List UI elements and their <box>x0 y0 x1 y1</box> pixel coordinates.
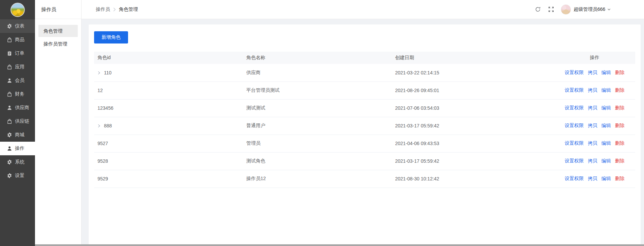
role-name: 平台管理员测试 <box>243 82 392 99</box>
col-header-role-id: 角色id <box>94 52 243 64</box>
expand-row-icon[interactable] <box>97 71 101 75</box>
right-zone: 操作员 角色管理 操作员管理 操作员 角色管理 超级管理 <box>35 0 644 246</box>
role-created: 2021-08-30 10:12:42 <box>392 170 554 188</box>
role-created: 2021-03-22 02:14:15 <box>392 64 554 82</box>
sidebar-item-label: 应用 <box>15 64 24 70</box>
user-avatar <box>561 4 571 15</box>
sidebar-item-label: 订单 <box>15 50 24 56</box>
horizontal-scrollbar[interactable] <box>35 244 644 246</box>
delete-link[interactable]: 删除 <box>615 176 625 181</box>
sidebar-item-orders[interactable]: 订单 <box>0 47 35 60</box>
order-clipboard-icon <box>7 51 12 56</box>
expand-row-icon[interactable] <box>97 124 101 128</box>
delete-link[interactable]: 删除 <box>615 140 625 146</box>
edit-link[interactable]: 编辑 <box>602 176 611 181</box>
sidebar-item-finance[interactable]: 财务 <box>0 87 35 101</box>
logo-wrap <box>0 0 35 19</box>
delete-link[interactable]: 删除 <box>615 158 625 163</box>
bag-icon <box>7 119 12 124</box>
role-id: 110 <box>104 70 111 75</box>
edit-link[interactable]: 编辑 <box>602 158 611 163</box>
main-sidebar: 仪表 商品 订单 应用 会员 财务 供应商 供应链 <box>0 0 35 246</box>
set-permissions-link[interactable]: 设置权限 <box>565 105 584 110</box>
copy-link[interactable]: 拷贝 <box>588 123 597 128</box>
role-id: 12 <box>94 82 243 99</box>
sidebar-item-operation[interactable]: 操作 <box>0 142 35 155</box>
set-permissions-link[interactable]: 设置权限 <box>565 140 584 146</box>
role-name: 测试角色 <box>243 152 392 170</box>
delete-link[interactable]: 删除 <box>615 87 625 93</box>
user-icon <box>7 146 12 151</box>
copy-link[interactable]: 拷贝 <box>588 105 597 110</box>
sidebar-item-apps[interactable]: 应用 <box>0 60 35 74</box>
fullscreen-icon[interactable] <box>548 6 554 12</box>
submenu-item-operator-management[interactable]: 操作员管理 <box>38 38 78 50</box>
sidebar-item-label: 商城 <box>15 132 24 138</box>
main-column: 操作员 角色管理 超级管理员666 新增角色 <box>82 0 644 246</box>
edit-link[interactable]: 编辑 <box>602 70 611 75</box>
breadcrumb-parent[interactable]: 操作员 <box>96 6 110 13</box>
table-row: 12 平台管理员测试 2021-08-26 09:45:01 设置权限拷贝编辑删… <box>94 82 635 99</box>
set-permissions-link[interactable]: 设置权限 <box>565 158 584 163</box>
sidebar-item-label: 供应商 <box>15 105 29 111</box>
edit-link[interactable]: 编辑 <box>602 123 611 128</box>
sidebar-item-dashboard[interactable]: 仪表 <box>0 19 35 33</box>
user-icon <box>7 78 12 83</box>
role-created: 2021-03-17 05:59:42 <box>392 117 554 135</box>
chevron-right-icon <box>113 7 116 12</box>
set-permissions-link[interactable]: 设置权限 <box>565 70 584 75</box>
copy-link[interactable]: 拷贝 <box>588 87 597 93</box>
edit-link[interactable]: 编辑 <box>602 87 611 93</box>
breadcrumb-current: 角色管理 <box>119 6 138 13</box>
submenu-items: 角色管理 操作员管理 <box>35 19 81 50</box>
set-permissions-link[interactable]: 设置权限 <box>565 176 584 181</box>
chevron-down-icon <box>607 7 611 12</box>
role-created: 2021-08-26 09:45:01 <box>392 82 554 99</box>
role-id: 9529 <box>94 170 243 188</box>
user-menu[interactable]: 超级管理员666 <box>561 4 611 15</box>
app-logo[interactable] <box>11 3 25 17</box>
table-header: 角色id 角色名称 创建日期 操作 <box>94 52 635 64</box>
bag-icon <box>7 91 12 97</box>
col-header-created: 创建日期 <box>392 52 554 64</box>
app-window: 仪表 商品 订单 应用 会员 财务 供应商 供应链 <box>0 0 644 246</box>
role-created: 2021-07-06 03:54:03 <box>392 99 554 117</box>
role-name: 操作员12 <box>243 170 392 188</box>
sidebar-item-system[interactable]: 系统 <box>0 155 35 169</box>
col-header-operations: 操作 <box>554 52 635 64</box>
submenu-title: 操作员 <box>35 0 81 19</box>
table-row: 123456 测试测试 2021-07-06 03:54:03 设置权限拷贝编辑… <box>94 99 635 117</box>
set-permissions-link[interactable]: 设置权限 <box>565 87 584 93</box>
sidebar-item-mall[interactable]: 商城 <box>0 128 35 142</box>
set-permissions-link[interactable]: 设置权限 <box>565 123 584 128</box>
copy-link[interactable]: 拷贝 <box>588 176 597 181</box>
sidebar-item-label: 供应链 <box>15 118 29 124</box>
delete-link[interactable]: 删除 <box>615 70 625 75</box>
topbar: 操作员 角色管理 超级管理员666 <box>82 0 644 19</box>
sidebar-item-settings[interactable]: 设置 <box>0 169 35 182</box>
gear-icon <box>7 132 12 138</box>
submenu-item-role-management[interactable]: 角色管理 <box>38 25 78 37</box>
sidebar-item-label: 财务 <box>15 91 24 97</box>
topbar-actions: 超级管理员666 <box>535 4 644 15</box>
delete-link[interactable]: 删除 <box>615 123 625 128</box>
copy-link[interactable]: 拷贝 <box>588 140 597 146</box>
bag-icon <box>7 37 12 42</box>
roles-card: 新增角色 角色id 角色名称 创建日期 操作 <box>89 24 641 246</box>
delete-link[interactable]: 删除 <box>615 105 625 110</box>
edit-link[interactable]: 编辑 <box>602 140 611 146</box>
sidebar-item-members[interactable]: 会员 <box>0 74 35 87</box>
sidebar-item-suppliers[interactable]: 供应商 <box>0 101 35 115</box>
sidebar-item-label: 设置 <box>15 173 24 179</box>
bag-icon <box>7 64 12 70</box>
edit-link[interactable]: 编辑 <box>602 105 611 110</box>
sidebar-item-supply-chain[interactable]: 供应链 <box>0 115 35 128</box>
role-name: 测试测试 <box>243 99 392 117</box>
gauge-gear-icon <box>7 23 12 29</box>
copy-link[interactable]: 拷贝 <box>588 158 597 163</box>
refresh-icon[interactable] <box>535 6 541 12</box>
add-role-button[interactable]: 新增角色 <box>94 31 128 43</box>
copy-link[interactable]: 拷贝 <box>588 70 597 75</box>
sidebar-item-goods[interactable]: 商品 <box>0 33 35 47</box>
roles-table: 角色id 角色名称 创建日期 操作 110 供应商 2021-03-22 02:… <box>94 52 635 188</box>
